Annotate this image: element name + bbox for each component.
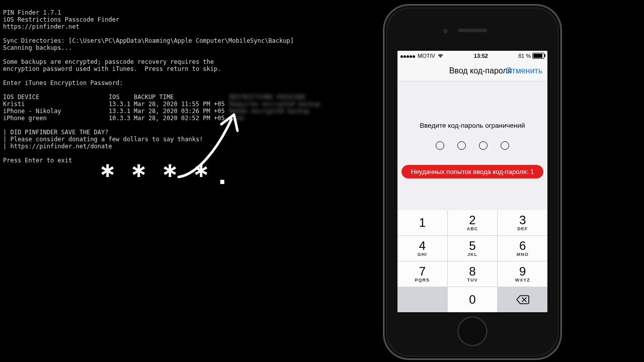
terminal-subtitle: iOS Restrictions Passcode Finder xyxy=(3,16,119,23)
terminal-url: https://pinfinder.net xyxy=(3,23,79,30)
terminal-enter-password: Enter iTunes Encryption Password: xyxy=(3,79,123,86)
keypad-1-button[interactable]: 1 xyxy=(397,210,447,235)
backspace-icon xyxy=(516,295,529,304)
status-time: 13:52 xyxy=(444,53,518,59)
front-camera-icon xyxy=(443,29,448,33)
signal-icon xyxy=(400,53,416,59)
arrow-icon xyxy=(176,112,252,182)
cancel-button[interactable]: Отменить xyxy=(506,66,542,75)
passcode-dot xyxy=(457,141,466,150)
table-row: Kristi13.3.1Mar 28, 2020 11:55 PM +05Req… xyxy=(3,101,290,108)
numeric-keypad: 1 2ABC 3DEF 4GHI 5JKL 6MNO 7PQRS 8TUV 9W… xyxy=(397,210,547,312)
passcode-dot xyxy=(436,141,444,150)
keypad-6-button[interactable]: 6MNO xyxy=(498,236,547,261)
terminal-donate-3: | https://pinfinder.net/donate xyxy=(3,143,112,150)
keypad-0-button[interactable]: 0 xyxy=(448,287,498,312)
terminal-title: PIN Finder 1.7.1 xyxy=(3,9,61,16)
terminal-donate-1: | DID PINFINDER SAVE THE DAY? xyxy=(3,129,109,136)
keypad-backspace-button[interactable] xyxy=(498,287,547,312)
terminal-sync-line: Sync Directories: [C:\Users\PC\AppData\R… xyxy=(3,37,294,44)
keypad-8-button[interactable]: 8TUV xyxy=(448,261,498,287)
keypad-4-button[interactable]: 4GHI xyxy=(397,236,447,261)
battery-icon xyxy=(532,53,544,59)
keypad-7-button[interactable]: 7PQRS xyxy=(397,261,447,287)
nav-bar: Ввод код-пароля Отменить xyxy=(397,61,547,81)
home-button[interactable] xyxy=(457,316,488,346)
terminal-table-header: IOS DEVICEIOSBACKUP TIMERESTRICTIONS PAS… xyxy=(3,94,290,101)
iphone-frame: MOTIV 13:52 81 % Ввод код-пароля Отменит… xyxy=(384,5,561,359)
keypad-9-button[interactable]: 9WXYZ xyxy=(498,261,547,287)
passcode-prompt: Введите код-пароль ограничений xyxy=(397,122,547,129)
page-title: Ввод код-пароля xyxy=(449,66,512,75)
keypad-blank xyxy=(397,287,447,312)
keypad-5-button[interactable]: 5JKL xyxy=(448,236,498,261)
speaker-icon xyxy=(458,29,487,32)
wifi-icon xyxy=(437,53,444,58)
carrier-label: MOTIV xyxy=(418,53,435,59)
terminal-donate-2: | Please consider donating a few dollars… xyxy=(3,136,203,143)
battery-percent: 81 % xyxy=(518,53,531,59)
passcode-dots xyxy=(397,141,547,150)
keypad-3-button[interactable]: 3DEF xyxy=(498,210,547,235)
failed-attempts-badge: Неудачных попыток ввода код-пароля: 1 xyxy=(401,165,543,178)
terminal-encrypt-note-2: encryption password used with iTunes. Pr… xyxy=(3,65,221,72)
terminal-output: PIN Finder 1.7.1 iOS Restrictions Passco… xyxy=(0,0,297,166)
passcode-dot xyxy=(501,141,509,150)
passcode-dot xyxy=(479,141,488,150)
iphone-screen: MOTIV 13:52 81 % Ввод код-пароля Отменит… xyxy=(397,51,547,312)
terminal-exit: Press Enter to exit xyxy=(3,157,72,164)
terminal-encrypt-note-1: Some backups are encrypted; passcode rec… xyxy=(3,58,214,65)
terminal-scanning: Scanning backups... xyxy=(3,44,72,51)
keypad-2-button[interactable]: 2ABC xyxy=(448,210,498,235)
status-bar: MOTIV 13:52 81 % xyxy=(397,51,547,61)
passcode-content: Введите код-пароль ограничений Неудачных… xyxy=(397,81,547,222)
